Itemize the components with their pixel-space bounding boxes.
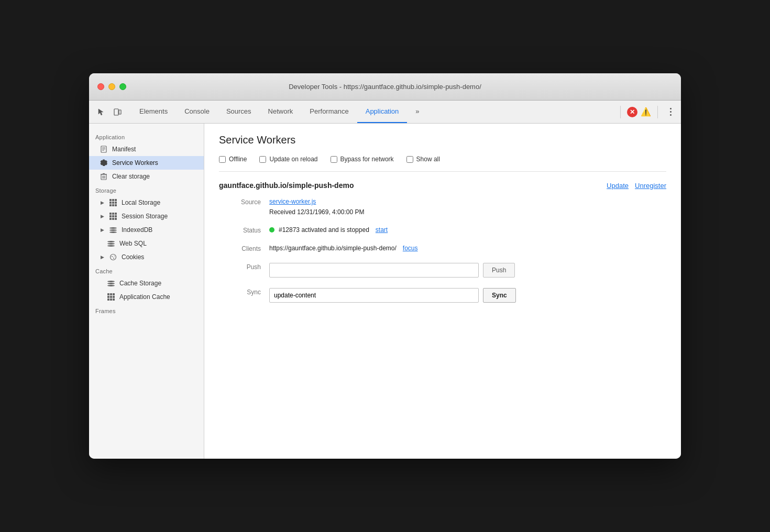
svg-point-15 (114, 256, 114, 256)
sidebar-item-clear-storage[interactable]: Clear storage (89, 170, 204, 183)
grid-icon (107, 293, 115, 301)
sidebar-item-label: Application Cache (119, 293, 170, 301)
sidebar-item-local-storage[interactable]: ▶ Local Storage (89, 196, 204, 209)
database-icon (107, 239, 115, 248)
update-on-reload-checkbox[interactable] (259, 156, 266, 163)
push-input[interactable] (269, 263, 479, 278)
status-row: Status #12873 activated and is stopped s… (219, 226, 666, 234)
clients-label: Clients (219, 245, 261, 252)
more-dots-icon (670, 108, 672, 116)
sidebar-item-indexeddb[interactable]: ▶ IndexedDB (89, 223, 204, 237)
sidebar-item-label: IndexedDB (122, 226, 152, 234)
source-row: Source service-worker.js Received 12/31/… (219, 198, 666, 216)
error-icon[interactable]: ✕ (627, 107, 637, 117)
update-button[interactable]: Update (607, 182, 629, 190)
sidebar-section-frames: Frames (89, 304, 204, 316)
source-value: service-worker.js Received 12/31/1969, 4… (269, 198, 666, 216)
nav-tabs: Elements Console Sources Network Perform… (131, 101, 617, 123)
tab-console[interactable]: Console (176, 101, 218, 123)
separator (620, 106, 621, 118)
offline-checkbox[interactable] (219, 156, 226, 163)
tab-more[interactable]: » (407, 101, 427, 123)
show-all-checkbox[interactable] (406, 156, 413, 163)
sidebar-item-service-workers[interactable]: Service Workers (89, 156, 204, 170)
sidebar-item-cache-storage[interactable]: Cache Storage (89, 276, 204, 290)
cursor-icon (96, 108, 105, 116)
status-value: #12873 activated and is stopped start (269, 226, 666, 234)
svg-point-14 (113, 258, 114, 259)
warning-icon[interactable]: ⚠️ (641, 107, 651, 117)
status-text: #12873 activated and is stopped (279, 226, 369, 234)
toolbar-icons (93, 105, 125, 119)
sync-input[interactable] (269, 288, 479, 303)
device-icon-button[interactable] (110, 105, 125, 119)
minimize-button[interactable] (108, 83, 115, 90)
show-all-label: Show all (416, 156, 440, 163)
toolbar-right: ✕ ⚠️ (617, 106, 677, 118)
sync-label: Sync (219, 288, 261, 296)
sidebar-item-application-cache[interactable]: Application Cache (89, 290, 204, 304)
sidebar-section-cache: Cache (89, 264, 204, 276)
separator2 (657, 106, 658, 118)
update-on-reload-checkbox-label[interactable]: Update on reload (259, 156, 317, 163)
sidebar-item-cookies[interactable]: ▶ Cookies (89, 250, 204, 264)
sidebar-item-label: Cache Storage (119, 280, 161, 287)
toolbar: Elements Console Sources Network Perform… (89, 101, 681, 124)
arrow-right-icon: ▶ (100, 227, 105, 232)
sw-header: gauntface.github.io/simple-push-demo Upd… (219, 181, 666, 190)
service-worker-card: gauntface.github.io/simple-push-demo Upd… (219, 181, 666, 303)
page-title: Service Workers (219, 134, 666, 146)
trash-icon (100, 172, 108, 181)
database-icon (109, 226, 117, 234)
show-all-checkbox-label[interactable]: Show all (406, 156, 440, 163)
offline-label: Offline (229, 156, 247, 163)
tab-sources[interactable]: Sources (218, 101, 260, 123)
tab-performance[interactable]: Performance (301, 101, 357, 123)
push-label: Push (219, 263, 261, 271)
tab-elements[interactable]: Elements (131, 101, 176, 123)
close-button[interactable] (97, 83, 104, 90)
main-area: Application Manifest (89, 124, 681, 459)
push-input-row: Push (269, 263, 666, 278)
sidebar-item-label: Cookies (122, 253, 144, 261)
sync-button[interactable]: Sync (483, 288, 516, 303)
sidebar-item-label: Web SQL (119, 240, 147, 247)
sidebar-item-session-storage[interactable]: ▶ Session Storage (89, 209, 204, 223)
options-row: Offline Update on reload Bypass for netw… (219, 156, 666, 172)
sidebar-item-manifest[interactable]: Manifest (89, 142, 204, 156)
more-menu-button[interactable] (664, 106, 677, 118)
focus-link[interactable]: focus (403, 245, 418, 252)
svg-point-12 (111, 254, 116, 260)
content-inner: Service Workers Offline Update on reload… (204, 124, 681, 324)
content-area: Service Workers Offline Update on reload… (204, 124, 681, 459)
sync-row: Sync Sync (219, 288, 666, 303)
offline-checkbox-label[interactable]: Offline (219, 156, 247, 163)
update-on-reload-label: Update on reload (269, 156, 317, 163)
sidebar-item-label: Local Storage (122, 199, 160, 206)
device-icon (113, 108, 122, 116)
tab-network[interactable]: Network (260, 101, 302, 123)
sidebar-item-label: Service Workers (112, 159, 158, 167)
clients-url: https://gauntface.github.io/simple-push-… (269, 245, 397, 252)
start-link[interactable]: start (376, 226, 388, 234)
push-row: Push Push (219, 263, 666, 278)
sw-actions: Update Unregister (607, 182, 666, 190)
clients-row: Clients https://gauntface.github.io/simp… (219, 245, 666, 252)
bypass-network-checkbox[interactable] (331, 156, 337, 163)
maximize-button[interactable] (119, 83, 126, 90)
bypass-network-checkbox-label[interactable]: Bypass for network (331, 156, 394, 163)
sw-origin: gauntface.github.io/simple-push-demo (219, 181, 354, 190)
devtools-window: Developer Tools - https://gauntface.gith… (89, 73, 681, 459)
source-link[interactable]: service-worker.js (269, 198, 316, 205)
tab-application[interactable]: Application (357, 101, 408, 123)
sidebar-item-websql[interactable]: Web SQL (89, 237, 204, 250)
push-button[interactable]: Push (483, 263, 515, 278)
cursor-icon-button[interactable] (93, 105, 108, 119)
sidebar-section-storage: Storage (89, 183, 204, 196)
file-icon (100, 145, 108, 153)
unregister-button[interactable]: Unregister (635, 182, 666, 190)
sidebar: Application Manifest (89, 124, 204, 459)
titlebar: Developer Tools - https://gauntface.gith… (89, 73, 681, 101)
svg-rect-0 (114, 109, 118, 115)
traffic-lights (97, 83, 126, 90)
